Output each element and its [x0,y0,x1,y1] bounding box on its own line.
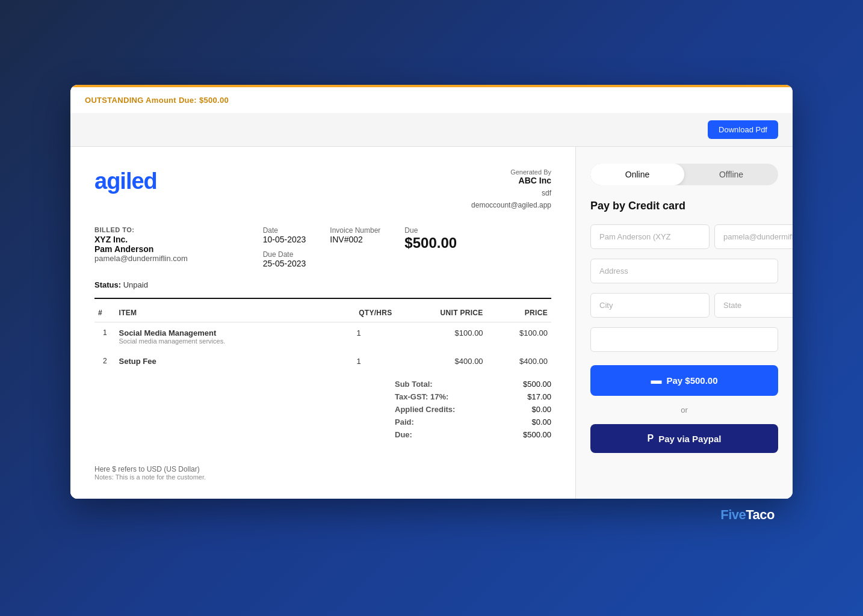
subtotal-label: Sub Total: [395,380,433,389]
invoice-header: agiled Generated By ABC Inc sdf democcou… [94,168,551,209]
status-line: Status: Unpaid [94,280,551,289]
paid-row: Paid: $0.00 [395,416,551,428]
date-value: 10-05-2023 [263,235,306,244]
or-divider: or [590,405,778,414]
city-input[interactable] [590,293,710,318]
brand-footer: FiveTaco [70,499,793,531]
row-item: Social Media Management Social media man… [116,322,322,351]
content-area: agiled Generated By ABC Inc sdf democcou… [70,147,793,499]
name-email-row [590,224,778,249]
tax-value: $17.00 [527,392,551,401]
col-num: # [94,304,116,322]
invoice-number-label: Invoice Number [330,226,380,235]
paid-value: $0.00 [531,417,551,427]
payment-toggle: Online Offline [590,164,778,185]
generated-sub2: democcount@agiled.app [471,201,551,209]
total-due-row: Due: $500.00 [395,428,551,441]
credits-label: Applied Credits: [395,405,455,414]
zip-row [590,327,778,352]
col-unit-price: UNIT PRICE [396,304,487,322]
col-price: PRICE [487,304,551,322]
cardholder-name-input[interactable] [590,224,710,249]
table-header: # ITEM QTY/HRS UNIT PRICE PRICE [94,304,551,322]
due-amount: $500.00 [404,235,457,251]
paypal-icon: P [648,433,654,444]
brand-name: FiveTaco [720,507,775,523]
totals-table: Sub Total: $500.00 Tax-GST: 17%: $17.00 … [395,378,551,441]
card-icon: ▬ [651,374,661,387]
invoice-number-value: INV#002 [330,235,380,244]
main-container: OUTSTANDING Amount Due: $500.00 Download… [70,85,793,499]
online-toggle[interactable]: Online [590,164,684,185]
generated-info: Generated By ABC Inc sdf democcount@agil… [471,168,551,209]
status-value: Unpaid [123,280,148,289]
address-input[interactable] [590,259,778,283]
generated-by-label: Generated By [471,168,551,176]
item-name: Social Media Management [119,328,318,337]
address-row [590,259,778,283]
outstanding-text: OUTSTANDING Amount Due: $500.00 [85,96,229,105]
due-date-label: Due Date [263,250,306,259]
offline-toggle[interactable]: Offline [684,164,778,185]
brand-part2: Taco [746,507,775,522]
billed-to-company: XYZ Inc. [94,235,239,244]
zip-input[interactable] [590,327,778,352]
date-label: Date [263,226,306,235]
credit-card-title: Pay by Credit card [590,200,778,212]
row-qty: 1 [322,351,396,372]
generated-sub1: sdf [471,189,551,197]
brand-part1: Five [720,507,746,522]
toolbar: Download Pdf [70,113,793,147]
row-price: $400.00 [487,351,551,372]
row-qty: 1 [322,322,396,351]
footer-note-text: Here $ refers to USD (US Dollar) [94,465,551,473]
state-input[interactable] [714,293,793,318]
invoice-meta: Date 10-05-2023 Due Date 25-05-2023 Invo… [263,226,551,268]
billed-to-section: BILLED TO: XYZ Inc. Pam Anderson pamela@… [94,226,239,268]
city-state-row [590,293,778,318]
items-table: # ITEM QTY/HRS UNIT PRICE PRICE 1 Social… [94,304,551,372]
table-row: 1 Social Media Management Social media m… [94,322,551,351]
paid-label: Paid: [395,417,414,427]
due-col: Due $500.00 [404,226,457,268]
table-row: 2 Setup Fee 1 $400.00 $400.00 [94,351,551,372]
billed-to-name: Pam Anderson [94,244,239,254]
total-due-label: Due: [395,430,412,439]
credits-value: $0.00 [531,405,551,414]
download-pdf-button[interactable]: Download Pdf [708,120,778,139]
invoice-panel: agiled Generated By ABC Inc sdf democcou… [70,147,576,499]
due-date-value: 25-05-2023 [263,259,306,268]
table-divider [94,298,551,299]
tax-row: Tax-GST: 17%: $17.00 [395,390,551,403]
logo: agiled [94,168,157,194]
cardholder-email-input[interactable] [714,224,793,249]
pay-credit-card-button[interactable]: ▬ Pay $500.00 [590,365,778,396]
item-desc: Social media management services. [119,337,318,345]
subtotal-row: Sub Total: $500.00 [395,378,551,390]
or-text: or [681,405,688,414]
row-price: $100.00 [487,322,551,351]
col-item: ITEM [116,304,322,322]
invoice-number-col: Invoice Number INV#002 [330,226,380,268]
billed-to-email: pamela@dundermiflin.com [94,254,239,263]
tax-label: Tax-GST: 17%: [395,392,448,401]
billed-to-label: BILLED TO: [94,226,239,233]
subtotal-value: $500.00 [523,380,551,389]
footer-note: Here $ refers to USD (US Dollar) Notes: … [94,465,551,481]
outstanding-bar: OUTSTANDING Amount Due: $500.00 [70,85,793,113]
row-unit-price: $400.00 [396,351,487,372]
credits-row: Applied Credits: $0.00 [395,403,551,416]
date-col: Date 10-05-2023 Due Date 25-05-2023 [263,226,306,268]
payment-panel: Online Offline Pay by Credit card [576,147,793,499]
col-qty: QTY/HRS [322,304,396,322]
pay-btn-label: Pay $500.00 [666,375,717,386]
billing-section: BILLED TO: XYZ Inc. Pam Anderson pamela@… [94,226,551,268]
total-due-value: $500.00 [523,430,551,439]
paypal-button[interactable]: P Pay via Paypal [590,424,778,453]
row-num: 2 [94,351,116,372]
row-item: Setup Fee [116,351,322,372]
paypal-label: Pay via Paypal [658,434,721,444]
table-header-row: # ITEM QTY/HRS UNIT PRICE PRICE [94,304,551,322]
generated-by-company: ABC Inc [471,176,551,185]
footer-note2: Notes: This is a note for the customer. [94,473,551,481]
